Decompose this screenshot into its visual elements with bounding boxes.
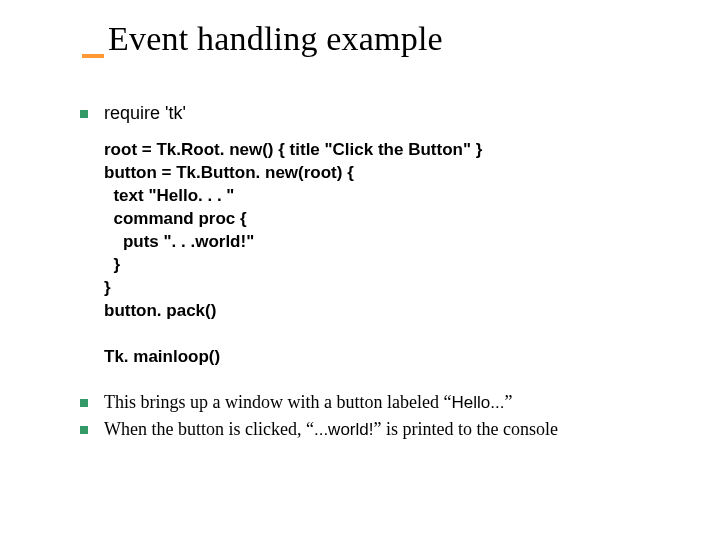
square-bullet-icon — [80, 426, 88, 434]
code-fragment: Hello... — [451, 393, 504, 412]
title-accent-bar — [82, 54, 104, 58]
bullet-item: When the button is clicked, “...world!” … — [80, 418, 680, 441]
bullet-text: require 'tk' — [104, 102, 186, 125]
bullet-item: This brings up a window with a button la… — [80, 391, 680, 414]
square-bullet-icon — [80, 399, 88, 407]
bullet-group: This brings up a window with a button la… — [80, 391, 680, 442]
slide-content: require 'tk' root = Tk.Root. new() { tit… — [80, 102, 680, 446]
bullet-text: When the button is clicked, “...world!” … — [104, 418, 558, 441]
bullet-text: This brings up a window with a button la… — [104, 391, 512, 414]
slide-title: Event handling example — [108, 20, 443, 58]
text-fragment: When the button is clicked, “ — [104, 419, 314, 439]
slide: Event handling example require 'tk' root… — [0, 0, 720, 540]
text-fragment: ” — [504, 392, 512, 412]
code-block: root = Tk.Root. new() { title "Click the… — [104, 139, 680, 368]
text-fragment: ” is printed to the console — [373, 419, 557, 439]
bullet-item: require 'tk' — [80, 102, 680, 125]
text-fragment: This brings up a window with a button la… — [104, 392, 451, 412]
square-bullet-icon — [80, 110, 88, 118]
code-fragment: ...world! — [314, 420, 374, 439]
